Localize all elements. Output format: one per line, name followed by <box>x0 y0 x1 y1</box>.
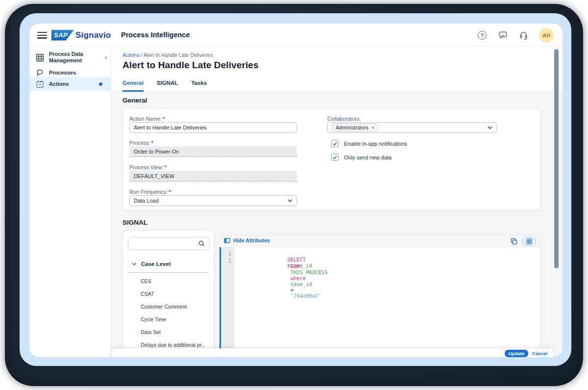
checkbox-checked-icon <box>331 154 339 161</box>
chevron-down-icon <box>288 199 293 202</box>
attribute-item[interactable]: Data Set <box>141 329 161 335</box>
processes-icon <box>36 69 44 77</box>
collaborator-tag: Administrators × <box>332 124 378 131</box>
main-content: Actions / Alert to Handle Late Deliverie… <box>111 47 563 357</box>
signavio-brand-text: Signavio <box>75 30 111 40</box>
screenshot-stage: SAP Signavio Process Intelligence ? <box>0 0 588 390</box>
required-marker: * <box>163 116 165 122</box>
sql-operator: = <box>291 287 294 293</box>
attribute-item[interactable]: CES <box>141 278 151 284</box>
line-number: 1 <box>221 251 234 258</box>
support-headset-icon[interactable] <box>518 30 528 40</box>
sap-logo-shape: SAP <box>51 30 74 41</box>
attribute-item[interactable]: Cycle Time <box>141 316 166 322</box>
checkbox-label: Only send new data <box>344 155 392 160</box>
process-field: Order to Power On <box>129 146 297 157</box>
signal-section-heading: SIGNAL <box>122 219 147 226</box>
attributes-panel: Case Level CES CSAT Customer Comment Cyc… <box>122 231 214 357</box>
editor-actions <box>511 237 536 246</box>
hide-attributes-toggle[interactable]: Hide Attributes <box>224 237 270 243</box>
user-avatar[interactable]: AH <box>539 28 554 43</box>
content-body: General Action Name:* Process:* Order to… <box>111 93 563 357</box>
required-marker: * <box>165 164 167 170</box>
breadcrumb: Actions / Alert to Handle Late Deliverie… <box>122 52 213 58</box>
checkbox-checked-icon <box>331 140 339 147</box>
notification-dot <box>99 82 102 86</box>
remove-tag-icon[interactable]: × <box>371 125 374 130</box>
update-button[interactable]: Update <box>505 350 528 357</box>
app-title: Process Intelligence <box>121 31 190 39</box>
process-view-label: Process View:* <box>129 164 167 170</box>
help-icon[interactable]: ? <box>477 30 487 40</box>
only-new-data-checkbox-row[interactable]: Only send new data <box>331 154 392 161</box>
group-label: Case Level <box>141 261 171 267</box>
breadcrumb-actions-link[interactable]: Actions <box>122 52 139 58</box>
side-panel-icon <box>224 238 230 243</box>
breadcrumb-current: Alert to Handle Late Deliveries <box>144 52 213 58</box>
process-view-field: DEFAULT_VIEW <box>129 171 297 182</box>
tab-signal[interactable]: SIGNAL <box>157 80 178 92</box>
code-line: 2 FROM THIS_PROCESS where case_id = '794… <box>221 258 540 264</box>
attribute-item[interactable]: Delays due to additional pr... <box>141 342 206 348</box>
app-window: SAP Signavio Process Intelligence ? <box>29 24 563 357</box>
sap-logo-text: SAP <box>51 31 68 39</box>
search-icon <box>198 240 205 247</box>
feedback-icon[interactable] <box>498 30 508 40</box>
action-name-input[interactable] <box>129 122 297 133</box>
required-marker: * <box>169 189 171 195</box>
sql-keyword: FROM <box>287 263 299 269</box>
sidebar-item-label: Processes <box>49 70 97 76</box>
sql-keyword: where <box>291 275 306 281</box>
enable-notifications-checkbox-row[interactable]: Enable in-app notifications <box>331 140 407 147</box>
actions-calendar-icon <box>36 80 44 88</box>
menu-icon[interactable] <box>37 32 47 39</box>
process-label: Process:* <box>129 140 153 146</box>
data-grid-icon <box>36 53 44 62</box>
general-section-heading: General <box>122 97 147 104</box>
attributes-search-input[interactable] <box>128 237 210 250</box>
tab-general[interactable]: General <box>122 80 144 92</box>
required-marker: * <box>151 140 153 146</box>
cancel-button[interactable]: Cancel <box>532 351 547 356</box>
footer-action-bar: Update Cancel <box>111 348 554 357</box>
sidebar-item-process-data-management[interactable]: Process Data Management › <box>29 49 111 66</box>
attribute-item[interactable]: Customer Comment <box>141 304 187 310</box>
sidebar: Process Data Management › Processes <box>29 47 111 357</box>
editor-body[interactable]: 1 SELECT case_id 2 FROM THIS_PROCESS <box>220 247 540 357</box>
sap-signavio-logo[interactable]: SAP Signavio <box>51 29 111 41</box>
page-title: Alert to Handle Late Deliveries <box>122 60 259 71</box>
tab-tasks[interactable]: Tasks <box>191 80 207 92</box>
tab-bar: General SIGNAL Tasks <box>122 80 207 92</box>
vertical-scrollbar[interactable] <box>554 49 559 268</box>
table-icon <box>526 238 532 244</box>
attribute-item[interactable]: CSAT <box>141 291 154 297</box>
collaborators-label: Collaborators: <box>327 116 361 122</box>
general-card: Action Name:* Process:* Order to Power O… <box>122 108 540 210</box>
chevron-right-icon: › <box>105 54 107 61</box>
case-level-group-toggle[interactable]: Case Level <box>132 261 171 267</box>
copy-icon[interactable] <box>511 238 517 245</box>
sidebar-item-actions[interactable]: Actions <box>29 77 111 91</box>
action-name-label: Action Name:* <box>129 116 165 122</box>
topbar-actions: ? <box>477 24 554 47</box>
line-number: 2 <box>221 258 234 264</box>
topbar: SAP Signavio Process Intelligence ? <box>29 24 563 47</box>
sql-identifier: THIS_PROCESS <box>291 269 328 275</box>
sidebar-item-label: Process Data Management <box>49 51 97 64</box>
chevron-down-icon <box>488 126 492 129</box>
run-frequency-label: Run Frequency:* <box>129 189 171 195</box>
checkbox-label: Enable in-app notifications <box>344 141 407 147</box>
editor-header: Hide Attributes <box>220 235 540 247</box>
table-view-button[interactable] <box>522 237 536 246</box>
content-header: Actions / Alert to Handle Late Deliverie… <box>111 47 563 92</box>
chevron-down-icon <box>132 262 137 265</box>
divider <box>128 272 209 273</box>
code-line: 1 SELECT case_id <box>221 251 540 258</box>
breadcrumb-separator: / <box>141 52 142 58</box>
sql-identifier: case_id <box>291 281 312 287</box>
signal-editor: Hide Attributes <box>219 235 540 357</box>
sidebar-item-label: Actions <box>49 81 97 87</box>
sql-string: '794e80a7' <box>291 293 321 299</box>
run-frequency-select[interactable]: Data Load <box>129 195 297 206</box>
collaborators-select[interactable]: Administrators × <box>327 122 497 133</box>
